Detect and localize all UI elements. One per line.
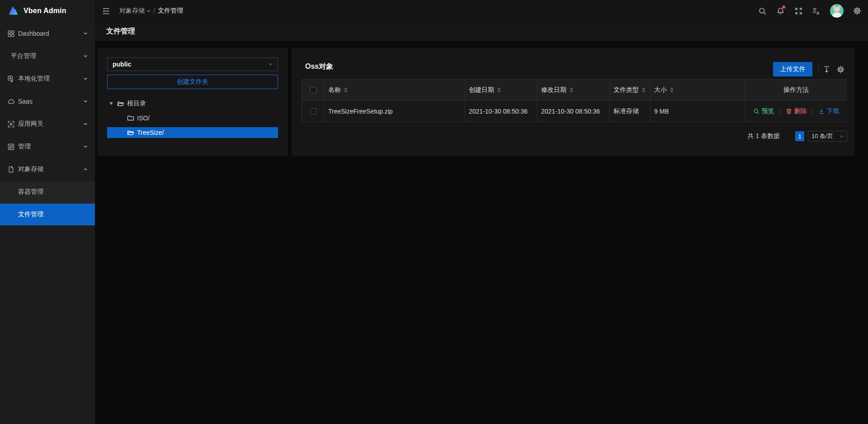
bucket-select-value: public xyxy=(113,61,268,68)
folder-open-icon xyxy=(117,100,124,107)
logo[interactable]: Vben Admin xyxy=(0,0,95,22)
sidebar-item-file-management[interactable]: 文件管理 xyxy=(0,204,95,225)
oss-table: 名称 创建日期 修改日期 文件类型 大小 xyxy=(302,79,847,122)
chevron-down-icon xyxy=(83,31,88,36)
tree-node-label: ISO/ xyxy=(137,114,150,122)
oss-panel: Oss对象 上传文件 名称 创建日期 修改 xyxy=(292,48,854,156)
object-storage-submenu: 容器管理 文件管理 xyxy=(0,181,95,225)
dashboard-icon xyxy=(8,30,14,37)
top-header: 对象存储 / 文件管理 文A xyxy=(95,0,868,22)
bucket-select[interactable]: public xyxy=(107,57,278,71)
pagination: 共 1 条数据 1 10 条/页 xyxy=(747,131,847,142)
breadcrumb-parent-label: 对象存储 xyxy=(119,7,145,15)
sidebar-item-saas[interactable]: Saas xyxy=(0,91,95,112)
fullscreen-icon[interactable] xyxy=(789,0,807,22)
pagination-page-1[interactable]: 1 xyxy=(795,131,804,141)
bucket-panel: public 创建文件夹 根目录 ISO/ TreeSize/ xyxy=(97,48,288,156)
cloud-icon xyxy=(8,98,14,105)
translate-icon[interactable]: 文A xyxy=(807,0,826,22)
cell-name: TreeSizeFreeSetup.zip xyxy=(325,100,465,122)
column-header-name[interactable]: 名称 xyxy=(325,80,465,100)
download-label: 下载 xyxy=(827,107,840,115)
chevron-up-icon xyxy=(83,167,88,172)
upload-file-label: 上传文件 xyxy=(780,65,806,72)
cell-modified: 2021-10-30 08:50:36 xyxy=(538,100,610,122)
delete-button[interactable]: 删除 xyxy=(786,107,807,115)
folder-open-icon xyxy=(127,129,134,136)
sidebar-item-object-storage[interactable]: 对象存储 xyxy=(0,158,95,180)
page-header: 文件管理 xyxy=(95,22,868,41)
row-checkbox[interactable] xyxy=(310,108,316,114)
sort-icon[interactable] xyxy=(497,87,501,93)
chevron-down-icon xyxy=(83,122,88,126)
user-avatar[interactable] xyxy=(830,4,844,18)
upload-file-button[interactable]: 上传文件 xyxy=(773,62,812,76)
gateway-icon xyxy=(8,121,14,128)
sort-icon[interactable] xyxy=(570,87,573,93)
page-size-select[interactable]: 10 条/页 xyxy=(808,131,847,142)
chevron-down-icon xyxy=(83,54,88,58)
sidebar-item-label: 文件管理 xyxy=(18,210,43,219)
create-folder-button[interactable]: 创建文件夹 xyxy=(107,75,278,89)
app-root: Vben Admin Dashboard 平台管理 本地化管理 xyxy=(0,0,868,424)
sort-icon[interactable] xyxy=(344,87,348,93)
sidebar-item-label: 对象存储 xyxy=(18,165,83,173)
tree-node-root[interactable]: 根目录 xyxy=(107,98,278,109)
bell-icon[interactable] xyxy=(771,0,789,22)
tree-node-treesize[interactable]: TreeSize/ xyxy=(107,127,278,138)
menu-fold-icon[interactable] xyxy=(100,5,111,16)
create-folder-label: 创建文件夹 xyxy=(177,78,208,86)
trash-icon xyxy=(786,108,792,114)
sliders-icon xyxy=(8,143,14,150)
column-settings-icon[interactable] xyxy=(837,66,844,73)
magnifier-icon xyxy=(753,108,760,114)
sidebar-item-platform[interactable]: 平台管理 xyxy=(0,45,95,67)
sidebar: Vben Admin Dashboard 平台管理 本地化管理 xyxy=(0,0,95,424)
column-header-size[interactable]: 大小 xyxy=(651,80,745,100)
sort-icon[interactable] xyxy=(670,87,674,93)
breadcrumb: 对象存储 / 文件管理 xyxy=(119,7,183,15)
download-button[interactable]: 下载 xyxy=(818,107,840,115)
pagination-total: 共 1 条数据 xyxy=(747,132,780,140)
cell-type: 标准存储 xyxy=(610,100,651,122)
sort-icon[interactable] xyxy=(642,87,646,93)
sidebar-item-dashboard[interactable]: Dashboard xyxy=(0,23,95,44)
action-divider xyxy=(780,108,780,114)
chevron-down-icon xyxy=(268,62,273,67)
folder-tree: 根目录 ISO/ TreeSize/ xyxy=(107,98,278,138)
sidebar-item-localization[interactable]: 本地化管理 xyxy=(0,68,95,90)
caret-down-icon[interactable] xyxy=(107,102,115,105)
select-all-checkbox[interactable] xyxy=(310,87,316,93)
sidebar-item-gateway[interactable]: 应用网关 xyxy=(0,113,95,135)
tree-node-iso[interactable]: ISO/ xyxy=(107,113,278,124)
oss-panel-title: Oss对象 xyxy=(305,62,333,71)
tree-node-label: 根目录 xyxy=(127,100,146,108)
column-label: 修改日期 xyxy=(541,86,566,94)
delete-label: 删除 xyxy=(794,107,807,115)
chevron-down-icon xyxy=(83,99,88,104)
settings-gear-icon[interactable] xyxy=(848,0,866,22)
breadcrumb-parent[interactable]: 对象存储 xyxy=(119,7,151,15)
chevron-down-icon xyxy=(83,144,88,149)
header-actions: 文A xyxy=(753,0,868,22)
sidebar-item-label: Saas xyxy=(18,98,83,105)
sidebar-item-admin[interactable]: 管理 xyxy=(0,136,95,157)
folder-icon xyxy=(127,114,134,122)
cell-actions: 预览 删除 下载 xyxy=(745,100,847,122)
preview-button[interactable]: 预览 xyxy=(753,107,774,115)
notification-dot xyxy=(782,5,785,9)
breadcrumb-current: 文件管理 xyxy=(158,7,183,15)
column-header-created[interactable]: 创建日期 xyxy=(465,80,538,100)
cell-size: 9 MB xyxy=(651,100,745,122)
sidebar-item-container-management[interactable]: 容器管理 xyxy=(0,181,95,203)
sidebar-item-label: 平台管理 xyxy=(11,52,83,60)
column-header-type[interactable]: 文件类型 xyxy=(610,80,651,100)
translate-box-icon xyxy=(8,76,14,82)
search-icon[interactable] xyxy=(753,0,771,22)
column-header-modified[interactable]: 修改日期 xyxy=(538,80,610,100)
sidebar-item-label: 容器管理 xyxy=(18,188,43,196)
column-height-icon[interactable] xyxy=(823,66,830,73)
column-label: 名称 xyxy=(328,86,341,94)
column-label: 操作方法 xyxy=(783,86,809,94)
column-label: 文件类型 xyxy=(613,86,639,94)
